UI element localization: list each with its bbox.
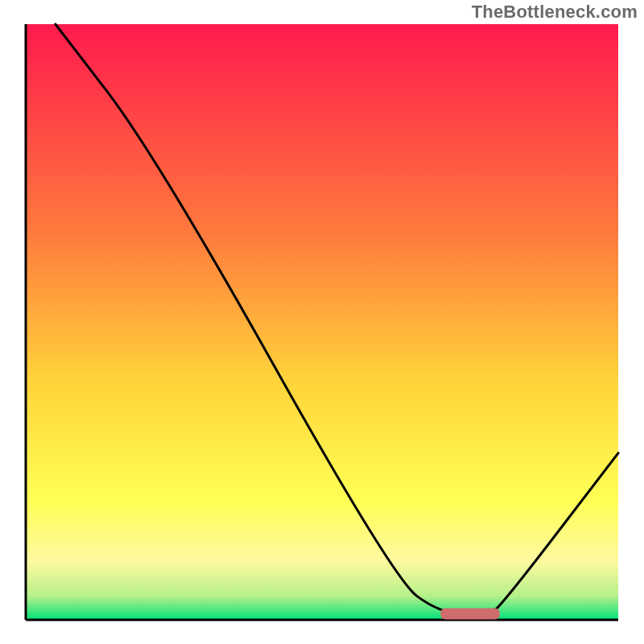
chart-container: TheBottleneck.com [0, 0, 644, 644]
watermark-text: TheBottleneck.com [472, 2, 638, 23]
bottleneck-curve-chart [0, 0, 644, 644]
optimal-range-marker [440, 609, 500, 620]
plot-background-gradient [26, 24, 618, 620]
